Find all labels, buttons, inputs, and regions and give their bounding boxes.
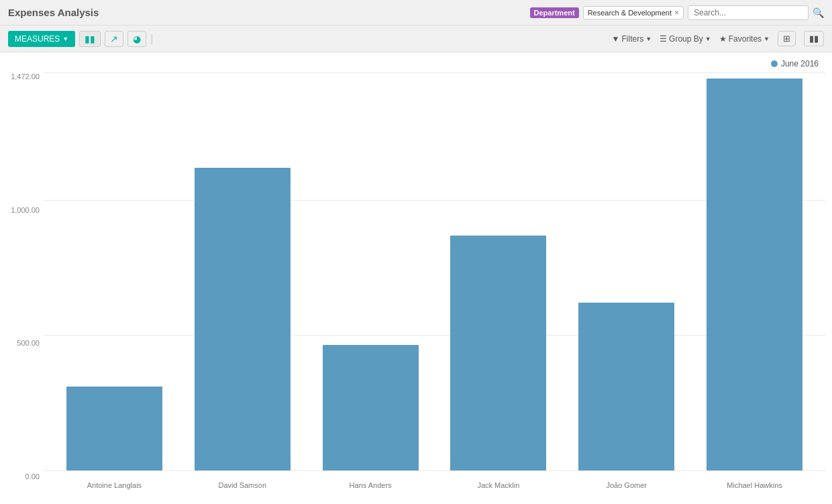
toolbar-left: MEASURES ▼ ▮▮ ↗ ◕ |: [8, 31, 153, 47]
group-by-icon: ☰: [660, 34, 667, 44]
y-label-top: 1,472.00: [11, 72, 44, 81]
x-axis-label: Antoine Langlais: [50, 481, 178, 489]
y-label-bottom: 0.00: [25, 472, 44, 481]
filters-label: Filters: [622, 34, 644, 44]
measures-button[interactable]: MEASURES ▼: [8, 31, 75, 47]
group-by-caret: ▼: [705, 36, 711, 42]
bar-wrapper: [690, 72, 819, 470]
favorites-caret: ▼: [764, 36, 770, 42]
view-chart-icon: ▮▮: [809, 34, 819, 44]
y-axis: 1,472.00 1,000.00 500.00 0.00: [7, 72, 44, 481]
bar-wrapper: [307, 72, 435, 470]
y-label-mid1: 1,000.00: [11, 206, 44, 214]
dept-tag-label: Department: [530, 7, 579, 18]
chart-line-button[interactable]: ↗: [105, 31, 123, 47]
bar-wrapper: [178, 72, 307, 470]
chart-bar-icon: ▮▮: [85, 34, 95, 44]
bar[interactable]: [707, 79, 802, 470]
measures-label: MEASURES: [15, 34, 60, 44]
legend-label: June 2016: [781, 59, 819, 68]
page-title: Expenses Analysis: [8, 7, 99, 18]
toolbar-separator: |: [150, 33, 153, 45]
bar-wrapper: [562, 72, 690, 470]
top-bar: Expenses Analysis Department Research & …: [0, 0, 832, 26]
search-area: Department Research & Development × 🔍: [530, 5, 824, 20]
chart-plot: Antoine LanglaisDavid SamsonHans AndersJ…: [44, 72, 825, 470]
chart-bar-button[interactable]: ▮▮: [79, 31, 101, 47]
x-labels: Antoine LanglaisDavid SamsonHans AndersJ…: [44, 481, 825, 489]
bar[interactable]: [66, 387, 162, 470]
chart-legend: June 2016: [771, 59, 819, 68]
chart-pie-button[interactable]: ◕: [127, 31, 146, 47]
x-axis-label: Michael Hawkins: [690, 481, 819, 489]
search-button[interactable]: 🔍: [813, 7, 824, 18]
dept-tag-value: Research & Development ×: [583, 6, 684, 19]
bar[interactable]: [450, 236, 546, 470]
y-label-mid2: 500.00: [17, 339, 44, 347]
x-axis-label: David Samson: [178, 481, 307, 489]
group-by-label: Group By: [669, 34, 703, 44]
filter-icon: ▼: [612, 34, 620, 44]
search-input[interactable]: [688, 5, 809, 20]
bar[interactable]: [578, 303, 674, 470]
favorites-button[interactable]: ★ Favorites ▼: [719, 34, 770, 44]
favorites-label: Favorites: [729, 34, 762, 44]
bar-wrapper: [434, 72, 562, 470]
favorites-icon: ★: [719, 34, 727, 44]
bars-area: [44, 72, 825, 470]
filters-caret: ▼: [645, 36, 652, 42]
x-axis-label: Hans Anders: [307, 481, 435, 489]
bar-wrapper: [50, 72, 178, 470]
filters-button[interactable]: ▼ Filters ▼: [612, 34, 652, 44]
x-axis-label: João Gomer: [562, 481, 690, 489]
toolbar: MEASURES ▼ ▮▮ ↗ ◕ | ▼ Filters ▼ ☰ Group …: [0, 26, 832, 52]
toolbar-right: ▼ Filters ▼ ☰ Group By ▼ ★ Favorites ▼ ⊞…: [612, 31, 824, 46]
grid-line-bottom: [44, 470, 825, 471]
group-by-button[interactable]: ☰ Group By ▼: [660, 34, 711, 44]
measures-caret: ▼: [62, 36, 68, 42]
bar[interactable]: [323, 345, 419, 470]
dept-tag-value-text: Research & Development: [588, 9, 672, 17]
view-list-icon: ⊞: [783, 34, 790, 44]
legend-dot: [771, 60, 778, 67]
x-axis-label: Jack Macklin: [434, 481, 562, 489]
view-chart-button[interactable]: ▮▮: [804, 31, 824, 46]
chart-line-icon: ↗: [110, 34, 118, 44]
chart-pie-icon: ◕: [133, 34, 141, 44]
dept-tag-close[interactable]: ×: [674, 8, 679, 17]
view-list-button[interactable]: ⊞: [778, 31, 796, 46]
bar[interactable]: [195, 168, 291, 470]
chart-container: June 2016 1,472.00 1,000.00 500.00 0.00 …: [0, 52, 832, 504]
